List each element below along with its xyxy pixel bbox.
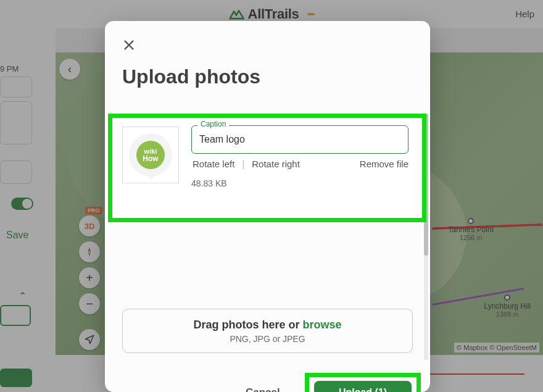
close-button[interactable] [122, 38, 136, 52]
close-icon [122, 38, 136, 52]
caption-field-wrap: Caption [191, 125, 408, 154]
upload-button-highlight: Upload (1) [305, 373, 421, 392]
drop-zone[interactable]: Drag photos here or browse PNG, JPG or J… [122, 309, 413, 353]
cancel-button[interactable]: Cancel [246, 386, 280, 392]
thumbnail-bubble: wiki How [129, 133, 172, 177]
caption-input[interactable] [191, 125, 408, 154]
thumbnail-logo: wiki How [136, 141, 165, 169]
drop-zone-text: Drag photos here or browse [193, 319, 341, 332]
photo-thumbnail[interactable]: wiki How [122, 127, 179, 183]
browse-link[interactable]: browse [303, 319, 342, 331]
modal-title: Upload photos [122, 65, 260, 88]
photo-actions: Rotate left | Rotate right [193, 159, 300, 169]
photo-item-highlight: wiki How Caption Rotate left | Rotate ri… [108, 114, 426, 222]
rotate-right-button[interactable]: Rotate right [252, 159, 300, 169]
separator: | [242, 159, 244, 169]
file-size: 48.83 KB [191, 178, 227, 188]
rotate-left-button[interactable]: Rotate left [193, 159, 234, 169]
remove-file-button[interactable]: Remove file [360, 159, 408, 169]
caption-label: Caption [197, 120, 229, 128]
upload-button[interactable]: Upload (1) [314, 381, 412, 392]
drop-zone-formats: PNG, JPG or JPEG [230, 334, 305, 344]
upload-photos-modal: Upload photos wiki How Caption Rotate le… [105, 21, 430, 392]
